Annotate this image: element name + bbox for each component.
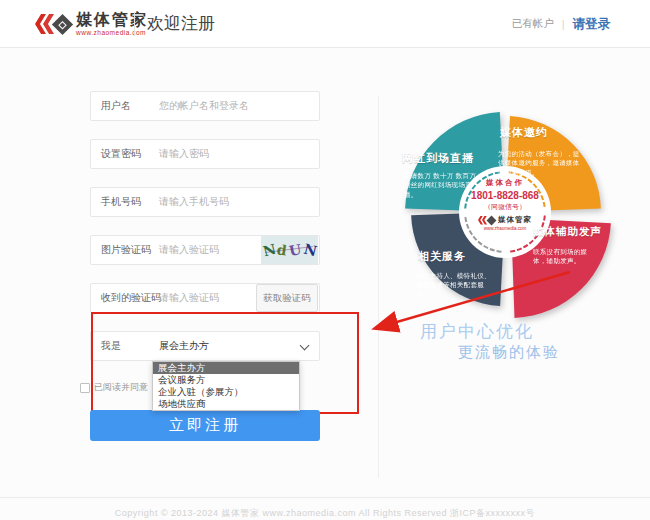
dropdown-option-venue[interactable]: 场地供应商 xyxy=(153,398,299,410)
center-brand-url: www.zhaomedia.com xyxy=(461,226,549,231)
media-services-diagram: 网红到场直播 邀请数万 数十万 数百万粉丝的网红到场现场直播。 媒体邀约 为您的… xyxy=(385,98,650,328)
segment-title-related: 相关服务 xyxy=(418,249,498,264)
phone-label: 手机号码 xyxy=(101,195,159,209)
separator: | xyxy=(562,18,565,30)
center-cooperation-label: 媒体合作 xyxy=(461,178,549,188)
center-wechat-note: （同微信号） xyxy=(461,202,549,212)
get-code-button[interactable]: 获取验证码 xyxy=(256,284,318,312)
phone-field[interactable]: 手机号码 请输入手机号码 xyxy=(90,187,320,217)
sms-code-label: 收到的验证码 xyxy=(101,291,159,305)
center-phone-number: 1801-8828-868 xyxy=(461,190,549,201)
register-button[interactable]: 立即注册 xyxy=(90,410,320,441)
dropdown-option-organizer[interactable]: 展会主办方 xyxy=(153,362,299,374)
caption-smoother: 更流畅的体验 xyxy=(458,343,560,362)
segment-desc-related: 提供主持人、模特礼仪、明星邀请等相关配套服务。 xyxy=(416,271,494,299)
password-field[interactable]: 设置密码 请输入密码 xyxy=(90,139,320,169)
role-label: 我是 xyxy=(101,339,159,353)
role-select[interactable]: 我是 展会主办方 xyxy=(90,331,320,361)
sms-code-placeholder: 请输入验证码 xyxy=(159,291,219,305)
password-placeholder: 请输入密码 xyxy=(159,147,209,161)
header-divider xyxy=(134,12,135,36)
captcha-letter: N xyxy=(302,241,318,260)
brand-logo[interactable]: 媒体管家 www.zhaomedia.com xyxy=(35,7,148,41)
captcha-letter: U xyxy=(288,241,303,259)
center-brand-logo: 媒体管家 xyxy=(461,215,549,225)
chevron-down-icon xyxy=(300,341,310,351)
dropdown-option-conference[interactable]: 会议服务方 xyxy=(153,374,299,386)
footer-divider xyxy=(0,497,650,498)
username-label: 用户名 xyxy=(101,99,159,113)
segment-title-influencer: 网红到场直播 xyxy=(402,151,492,166)
vertical-divider xyxy=(378,96,379,478)
brand-url: www.zhaomedia.com xyxy=(76,30,148,37)
phone-placeholder: 请输入手机号码 xyxy=(159,195,229,209)
username-placeholder: 您的帐户名和登录名 xyxy=(159,99,249,113)
segment-desc-media-invite: 为您的活动（发布会），提供媒体邀约服务，邀请媒体来现场报道。 xyxy=(498,149,582,177)
image-captcha-placeholder: 请输入验证码 xyxy=(159,243,219,257)
login-link[interactable]: 请登录 xyxy=(573,16,611,33)
captcha-image[interactable]: N d U N xyxy=(261,236,318,264)
header: 媒体管家 www.zhaomedia.com 欢迎注册 已有帐户 | 请登录 xyxy=(0,0,650,48)
agreement-text: 已阅读并同意《 xyxy=(94,381,157,394)
role-selected-value: 展会主办方 xyxy=(159,339,209,353)
image-captcha-label: 图片验证码 xyxy=(101,243,159,257)
segment-title-media-invite: 媒体邀约 xyxy=(500,125,590,140)
brand-name: 媒体管家 xyxy=(76,12,148,28)
dropdown-option-exhibitor[interactable]: 企业入驻（参展方） xyxy=(153,386,299,398)
agreement-checkbox[interactable] xyxy=(80,383,90,393)
caption-user-center: 用户中心优化 xyxy=(420,320,534,343)
footer-copyright: Copyright © 2013-2024 媒体管家 www.zhaomedia… xyxy=(0,507,650,520)
existing-account-label: 已有帐户 xyxy=(512,17,554,31)
password-label: 设置密码 xyxy=(101,147,159,161)
brand-logo-icon xyxy=(35,7,76,41)
username-field[interactable]: 用户名 您的帐户名和登录名 xyxy=(90,91,320,121)
role-dropdown-list: 展会主办方 会议服务方 企业入驻（参展方） 场地供应商 xyxy=(152,361,300,411)
segment-desc-media-voice: 联系没有到场的媒体，辅助发声。 xyxy=(533,247,597,266)
diagram-center: 媒体合作 1801-8828-868 （同微信号） 媒体管家 www.zhaom… xyxy=(461,178,549,231)
page-title: 欢迎注册 xyxy=(147,0,215,48)
